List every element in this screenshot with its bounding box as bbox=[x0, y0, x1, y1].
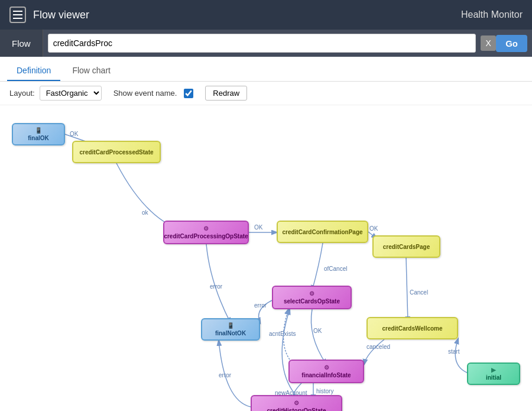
initial-label: initial bbox=[486, 374, 501, 381]
monitor-label: Health Monitor bbox=[461, 9, 523, 20]
node-selectcardsopstate[interactable]: ⚙ selectCardsOpState bbox=[272, 286, 352, 309]
flow-canvas: OK ok OK OK error ofCancel Cancel error … bbox=[0, 105, 532, 411]
node-creditcardprocessedstate[interactable]: creditCardProcessedState bbox=[72, 141, 161, 163]
flow-tab[interactable]: Flow bbox=[0, 30, 43, 57]
svg-text:ok: ok bbox=[142, 209, 149, 216]
app-title: Flow viewer bbox=[33, 9, 89, 21]
finalnotok-icon: 📱 bbox=[227, 322, 234, 329]
financialinfo-label: financialInfoState bbox=[301, 372, 351, 378]
tab-flowchart[interactable]: Flow chart bbox=[63, 61, 120, 81]
svg-text:OK: OK bbox=[313, 328, 322, 334]
creditwellcome-label: creditCardsWellcome bbox=[382, 325, 442, 332]
node-creditcardprocessingopstate[interactable]: ⚙ creditCardProcessingOpState bbox=[163, 221, 249, 244]
clear-button[interactable]: X bbox=[481, 35, 496, 51]
node-creditcardconfirmationpage[interactable]: creditCardConfirmationPage bbox=[277, 221, 368, 243]
svg-text:history: history bbox=[316, 388, 333, 394]
selectcardsop-label: selectCardsOpState bbox=[284, 298, 340, 305]
selectcards-icon: ⚙ bbox=[309, 290, 314, 297]
app-header: Flow viewer Health Monitor bbox=[0, 0, 532, 30]
tab-definition[interactable]: Definition bbox=[7, 61, 60, 81]
credithistoryop-label: creditHistoryOpState bbox=[267, 407, 326, 411]
event-name-label: Show event name. bbox=[113, 89, 177, 98]
credithistory-icon: ⚙ bbox=[294, 400, 299, 406]
svg-text:start: start bbox=[448, 348, 460, 355]
svg-text:error: error bbox=[219, 372, 232, 378]
svg-text:OK: OK bbox=[369, 225, 378, 232]
layout-label: Layout: bbox=[9, 89, 35, 98]
event-name-checkbox[interactable] bbox=[184, 89, 193, 98]
financialinfo-icon: ⚙ bbox=[324, 364, 329, 371]
flow-bar: Flow X Go bbox=[0, 30, 532, 57]
svg-text:OK: OK bbox=[70, 131, 79, 137]
svg-text:Cancel: Cancel bbox=[410, 289, 428, 296]
processing-icon: ⚙ bbox=[203, 225, 209, 232]
node-creditcardspage[interactable]: creditCardsPage bbox=[372, 235, 440, 258]
tab-bar: Definition Flow chart bbox=[0, 57, 532, 82]
node-creditcardswellcome[interactable]: creditCardsWellcome bbox=[366, 317, 458, 339]
header-left: Flow viewer bbox=[9, 7, 89, 23]
node-financialinfostate[interactable]: ⚙ financialInfoState bbox=[288, 360, 364, 383]
creditprocessed-label: creditCardProcessedState bbox=[79, 149, 153, 156]
node-credithistoryopstate[interactable]: ⚙ creditHistoryOpState bbox=[251, 395, 342, 411]
redraw-button[interactable]: Redraw bbox=[205, 86, 247, 101]
menu-button[interactable] bbox=[9, 7, 26, 23]
flow-input[interactable] bbox=[48, 34, 476, 53]
layout-select[interactable]: FastOrganic Organic Tree Hierarchical bbox=[40, 86, 102, 101]
node-initial[interactable]: ▶ initial bbox=[467, 363, 520, 385]
node-finalnotok[interactable]: 📱 finalNotOK bbox=[201, 318, 260, 341]
node-finalok[interactable]: 📱 finalOK bbox=[12, 123, 65, 145]
initial-icon: ▶ bbox=[491, 367, 496, 373]
svg-text:canceled: canceled bbox=[366, 344, 390, 350]
creditcardspage-label: creditCardsPage bbox=[383, 244, 430, 250]
creditprocessingop-label: creditCardProcessingOpState bbox=[164, 233, 248, 240]
go-button[interactable]: Go bbox=[496, 35, 527, 52]
svg-text:acntExists: acntExists bbox=[269, 331, 296, 337]
finalok-label: finalOK bbox=[28, 135, 49, 141]
finalok-icon: 📱 bbox=[35, 127, 42, 134]
toolbar: Layout: FastOrganic Organic Tree Hierarc… bbox=[0, 82, 532, 105]
creditconfirmation-label: creditCardConfirmationPage bbox=[282, 229, 362, 235]
svg-text:ofCancel: ofCancel bbox=[324, 266, 347, 272]
finalnotok-label: finalNotOK bbox=[215, 330, 246, 336]
svg-text:error: error bbox=[210, 283, 223, 290]
svg-text:error: error bbox=[254, 302, 267, 309]
svg-text:OK: OK bbox=[254, 224, 263, 231]
